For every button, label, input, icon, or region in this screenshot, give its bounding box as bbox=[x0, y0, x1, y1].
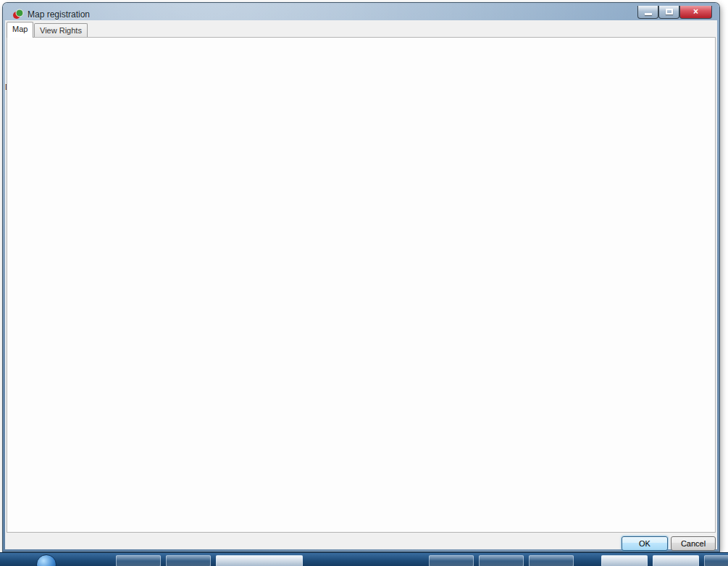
taskbar-button[interactable] bbox=[529, 555, 574, 566]
taskbar-button[interactable] bbox=[216, 555, 303, 566]
taskbar[interactable] bbox=[0, 552, 728, 566]
taskbar-button[interactable] bbox=[704, 555, 728, 566]
taskbar-button[interactable] bbox=[653, 555, 699, 566]
app-icon bbox=[12, 9, 24, 20]
taskbar-button[interactable] bbox=[166, 555, 211, 566]
taskbar-button[interactable] bbox=[116, 555, 161, 566]
close-icon: × bbox=[693, 7, 698, 17]
minimize-icon bbox=[645, 13, 652, 15]
cancel-button[interactable]: Cancel bbox=[671, 536, 716, 551]
maximize-icon bbox=[666, 9, 673, 14]
ok-button[interactable]: OK bbox=[622, 536, 668, 551]
desktop: Map registration × Map View Rights Maps … bbox=[0, 0, 728, 566]
maximize-button[interactable] bbox=[658, 6, 679, 19]
tab-map[interactable]: Map bbox=[7, 22, 33, 38]
taskbar-button[interactable] bbox=[479, 555, 524, 566]
close-button[interactable]: × bbox=[679, 6, 712, 19]
taskbar-button[interactable] bbox=[601, 555, 648, 566]
tab-content-panel bbox=[7, 37, 716, 533]
window-title: Map registration bbox=[28, 9, 90, 20]
minimize-button[interactable] bbox=[637, 6, 658, 19]
taskbar-button[interactable] bbox=[429, 555, 474, 566]
start-button[interactable] bbox=[36, 554, 57, 566]
tab-view-rights[interactable]: View Rights bbox=[34, 23, 88, 38]
